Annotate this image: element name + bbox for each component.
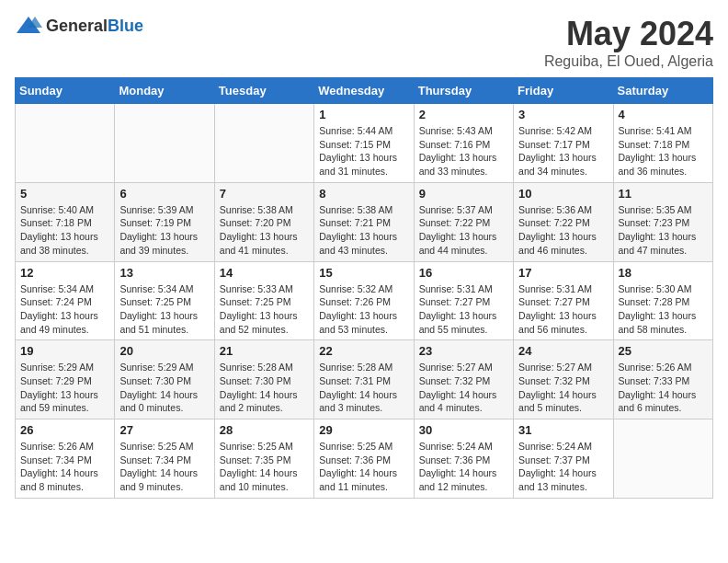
- day-number: 7: [220, 187, 309, 201]
- day-number: 11: [619, 187, 708, 201]
- calendar-cell: 31Sunrise: 5:24 AM Sunset: 7:37 PM Dayli…: [514, 419, 613, 499]
- day-number: 24: [518, 344, 608, 358]
- weekday-header-monday: Monday: [115, 78, 214, 104]
- calendar-cell: 14Sunrise: 5:33 AM Sunset: 7:25 PM Dayli…: [214, 261, 313, 340]
- month-title: May 2024: [544, 15, 713, 53]
- weekday-header-saturday: Saturday: [613, 78, 712, 104]
- calendar-cell: 6Sunrise: 5:39 AM Sunset: 7:19 PM Daylig…: [115, 182, 214, 261]
- day-number: 13: [119, 266, 209, 280]
- calendar-cell: 3Sunrise: 5:42 AM Sunset: 7:17 PM Daylig…: [514, 104, 613, 183]
- day-info: Sunrise: 5:41 AM Sunset: 7:18 PM Dayligh…: [619, 124, 708, 178]
- day-number: 28: [220, 423, 309, 437]
- calendar-cell: 23Sunrise: 5:27 AM Sunset: 7:32 PM Dayli…: [414, 340, 513, 419]
- day-info: Sunrise: 5:34 AM Sunset: 7:25 PM Dayligh…: [119, 282, 209, 337]
- day-info: Sunrise: 5:28 AM Sunset: 7:31 PM Dayligh…: [319, 361, 408, 415]
- day-info: Sunrise: 5:44 AM Sunset: 7:15 PM Dayligh…: [319, 124, 408, 178]
- title-area: May 2024 Reguiba, El Oued, Algeria: [544, 15, 713, 70]
- weekday-header-tuesday: Tuesday: [214, 78, 313, 104]
- day-info: Sunrise: 5:33 AM Sunset: 7:25 PM Dayligh…: [220, 282, 309, 337]
- calendar-cell: [115, 104, 214, 183]
- day-number: 22: [319, 344, 408, 358]
- day-number: 12: [20, 266, 109, 280]
- day-info: Sunrise: 5:42 AM Sunset: 7:17 PM Dayligh…: [518, 124, 608, 178]
- calendar-cell: 29Sunrise: 5:25 AM Sunset: 7:36 PM Dayli…: [314, 419, 414, 499]
- calendar-cell: 19Sunrise: 5:29 AM Sunset: 7:29 PM Dayli…: [16, 340, 115, 419]
- calendar-week-row: 5Sunrise: 5:40 AM Sunset: 7:18 PM Daylig…: [16, 182, 713, 261]
- day-info: Sunrise: 5:27 AM Sunset: 7:32 PM Dayligh…: [419, 361, 508, 415]
- day-info: Sunrise: 5:40 AM Sunset: 7:18 PM Dayligh…: [20, 203, 109, 258]
- day-number: 29: [319, 423, 408, 437]
- day-number: 31: [518, 423, 608, 437]
- calendar-week-row: 19Sunrise: 5:29 AM Sunset: 7:29 PM Dayli…: [16, 340, 713, 419]
- calendar: SundayMondayTuesdayWednesdayThursdayFrid…: [15, 77, 713, 499]
- day-info: Sunrise: 5:28 AM Sunset: 7:30 PM Dayligh…: [220, 361, 309, 415]
- logo: GeneralBlue: [15, 15, 143, 37]
- day-number: 17: [518, 266, 608, 280]
- day-number: 5: [20, 187, 109, 201]
- day-number: 21: [220, 344, 309, 358]
- calendar-cell: 10Sunrise: 5:36 AM Sunset: 7:22 PM Dayli…: [514, 182, 613, 261]
- day-info: Sunrise: 5:31 AM Sunset: 7:27 PM Dayligh…: [518, 282, 608, 337]
- day-info: Sunrise: 5:25 AM Sunset: 7:35 PM Dayligh…: [220, 440, 309, 494]
- calendar-week-row: 12Sunrise: 5:34 AM Sunset: 7:24 PM Dayli…: [16, 261, 713, 340]
- calendar-cell: 9Sunrise: 5:37 AM Sunset: 7:22 PM Daylig…: [414, 182, 513, 261]
- day-info: Sunrise: 5:43 AM Sunset: 7:16 PM Dayligh…: [419, 124, 508, 178]
- day-number: 10: [518, 187, 608, 201]
- calendar-cell: 17Sunrise: 5:31 AM Sunset: 7:27 PM Dayli…: [514, 261, 613, 340]
- header: GeneralBlue May 2024 Reguiba, El Oued, A…: [15, 15, 713, 70]
- calendar-cell: 18Sunrise: 5:30 AM Sunset: 7:28 PM Dayli…: [613, 261, 712, 340]
- day-info: Sunrise: 5:26 AM Sunset: 7:34 PM Dayligh…: [20, 440, 109, 494]
- day-info: Sunrise: 5:25 AM Sunset: 7:34 PM Dayligh…: [119, 440, 209, 494]
- calendar-cell: 25Sunrise: 5:26 AM Sunset: 7:33 PM Dayli…: [613, 340, 712, 419]
- day-number: 9: [419, 187, 508, 201]
- day-info: Sunrise: 5:24 AM Sunset: 7:36 PM Dayligh…: [419, 440, 508, 494]
- calendar-cell: 20Sunrise: 5:29 AM Sunset: 7:30 PM Dayli…: [115, 340, 214, 419]
- day-info: Sunrise: 5:26 AM Sunset: 7:33 PM Dayligh…: [619, 361, 708, 415]
- calendar-cell: 30Sunrise: 5:24 AM Sunset: 7:36 PM Dayli…: [414, 419, 513, 499]
- calendar-cell: 8Sunrise: 5:38 AM Sunset: 7:21 PM Daylig…: [314, 182, 414, 261]
- logo-text: GeneralBlue: [46, 17, 143, 36]
- day-info: Sunrise: 5:38 AM Sunset: 7:20 PM Dayligh…: [220, 203, 309, 258]
- day-info: Sunrise: 5:39 AM Sunset: 7:19 PM Dayligh…: [119, 203, 209, 258]
- day-number: 16: [419, 266, 508, 280]
- day-number: 23: [419, 344, 508, 358]
- calendar-cell: 28Sunrise: 5:25 AM Sunset: 7:35 PM Dayli…: [214, 419, 313, 499]
- calendar-cell: 7Sunrise: 5:38 AM Sunset: 7:20 PM Daylig…: [214, 182, 313, 261]
- day-number: 2: [419, 108, 508, 121]
- calendar-cell: 12Sunrise: 5:34 AM Sunset: 7:24 PM Dayli…: [16, 261, 115, 340]
- weekday-header-wednesday: Wednesday: [314, 78, 414, 104]
- calendar-cell: 26Sunrise: 5:26 AM Sunset: 7:34 PM Dayli…: [16, 419, 115, 499]
- day-number: 18: [619, 266, 708, 280]
- calendar-cell: [613, 419, 712, 499]
- calendar-week-row: 1Sunrise: 5:44 AM Sunset: 7:15 PM Daylig…: [16, 104, 713, 183]
- day-info: Sunrise: 5:30 AM Sunset: 7:28 PM Dayligh…: [619, 282, 708, 337]
- day-number: 8: [319, 187, 408, 201]
- day-info: Sunrise: 5:34 AM Sunset: 7:24 PM Dayligh…: [20, 282, 109, 337]
- calendar-cell: 4Sunrise: 5:41 AM Sunset: 7:18 PM Daylig…: [613, 104, 712, 183]
- calendar-header-row: SundayMondayTuesdayWednesdayThursdayFrid…: [16, 78, 713, 104]
- day-info: Sunrise: 5:38 AM Sunset: 7:21 PM Dayligh…: [319, 203, 408, 258]
- day-info: Sunrise: 5:27 AM Sunset: 7:32 PM Dayligh…: [518, 361, 608, 415]
- day-info: Sunrise: 5:31 AM Sunset: 7:27 PM Dayligh…: [419, 282, 508, 337]
- day-number: 27: [119, 423, 209, 437]
- weekday-header-friday: Friday: [514, 78, 613, 104]
- location-title: Reguiba, El Oued, Algeria: [544, 53, 713, 70]
- calendar-cell: 2Sunrise: 5:43 AM Sunset: 7:16 PM Daylig…: [414, 104, 513, 183]
- calendar-week-row: 26Sunrise: 5:26 AM Sunset: 7:34 PM Dayli…: [16, 419, 713, 499]
- day-info: Sunrise: 5:32 AM Sunset: 7:26 PM Dayligh…: [319, 282, 408, 337]
- weekday-header-thursday: Thursday: [414, 78, 513, 104]
- day-number: 6: [119, 187, 209, 201]
- day-number: 14: [220, 266, 309, 280]
- calendar-cell: [214, 104, 313, 183]
- calendar-cell: 1Sunrise: 5:44 AM Sunset: 7:15 PM Daylig…: [314, 104, 414, 183]
- day-number: 1: [319, 108, 408, 121]
- day-number: 4: [619, 108, 708, 121]
- day-number: 15: [319, 266, 408, 280]
- day-info: Sunrise: 5:37 AM Sunset: 7:22 PM Dayligh…: [419, 203, 508, 258]
- calendar-cell: 16Sunrise: 5:31 AM Sunset: 7:27 PM Dayli…: [414, 261, 513, 340]
- calendar-cell: 13Sunrise: 5:34 AM Sunset: 7:25 PM Dayli…: [115, 261, 214, 340]
- day-info: Sunrise: 5:29 AM Sunset: 7:30 PM Dayligh…: [119, 361, 209, 415]
- day-number: 3: [518, 108, 608, 121]
- day-info: Sunrise: 5:35 AM Sunset: 7:23 PM Dayligh…: [619, 203, 708, 258]
- weekday-header-sunday: Sunday: [16, 78, 115, 104]
